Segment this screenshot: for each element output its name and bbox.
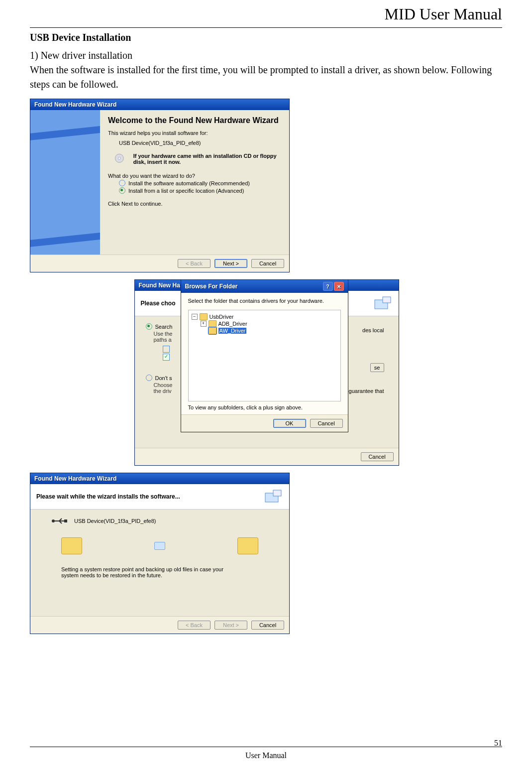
folder-icon <box>200 313 208 320</box>
device-name: USB Device(VID_1f3a_PID_efe8) <box>119 140 281 146</box>
cancel-button[interactable]: Cancel <box>361 452 394 461</box>
continue-hint: Click Next to continue. <box>108 201 281 207</box>
folder-source-icon <box>61 537 82 554</box>
radio-specific-location[interactable]: Install from a list or specific location… <box>119 187 281 194</box>
dialog-title-truncated: Found New Ha <box>139 282 180 289</box>
found-new-hardware-wizard-1: Found New Hardware Wizard Welcome to the… <box>30 99 290 272</box>
wizard-footer: < Back Next > Cancel <box>30 616 289 634</box>
wizard-side-graphic <box>30 110 100 255</box>
radio-icon-selected <box>119 187 125 194</box>
next-button[interactable]: Next > <box>214 621 247 630</box>
radio-icon-selected <box>146 323 152 330</box>
dialog-title: Found New Hardware Wizard <box>34 475 116 482</box>
folder-dest-icon <box>237 537 258 554</box>
copy-progress-graphic <box>61 537 258 554</box>
svg-rect-3 <box>383 297 391 303</box>
back-button[interactable]: < Back <box>178 621 211 630</box>
intro-paragraph: When the software is installed for the f… <box>30 63 502 92</box>
browse-footer-hint: To view any subfolders, click a plus sig… <box>181 404 348 414</box>
radio-label: Install the software automatically (Reco… <box>128 180 250 186</box>
tree-label-selected: AW_Driver <box>218 328 247 334</box>
checkbox-checked[interactable] <box>163 354 170 361</box>
subsection-heading: 1) New driver installation <box>30 48 502 63</box>
close-button[interactable]: ✕ <box>334 282 344 291</box>
dialog-title: Found New Hardware Wizard <box>34 101 116 108</box>
folder-icon-selected <box>209 327 216 334</box>
ok-button[interactable]: OK <box>273 419 306 428</box>
wizard-header-icon <box>263 488 283 505</box>
svg-point-6 <box>52 519 55 522</box>
screenshot-2: Found New Ha Please choo Search Use the … <box>134 279 398 466</box>
svg-rect-5 <box>273 490 281 496</box>
fragment-right-2: guarantee that <box>349 388 384 394</box>
wizard-footer: Cancel <box>135 448 399 465</box>
svg-point-1 <box>118 157 120 159</box>
wizard3-header-text: Please wait while the wizard installs th… <box>36 493 180 500</box>
radio-label: Search <box>155 324 173 330</box>
section-heading: USB Device Installation <box>30 32 502 43</box>
flying-document-icon <box>154 542 165 550</box>
tree-expand-icon[interactable]: + <box>201 321 207 327</box>
help-button[interactable]: ? <box>323 282 333 291</box>
folder-tree[interactable]: − UsbDriver + ADB_Driver AW_Driver <box>188 310 341 401</box>
dialog-title: Browse For Folder <box>185 283 238 290</box>
cancel-button[interactable]: Cancel <box>251 259 284 268</box>
dialog-titlebar: Browse For Folder ? ✕ <box>181 280 348 293</box>
tree-collapse-icon[interactable]: − <box>192 314 198 320</box>
screenshot-3: Found New Hardware Wizard Please wait wh… <box>30 473 502 634</box>
tree-label: UsbDriver <box>210 314 234 320</box>
next-button[interactable]: Next > <box>214 259 247 268</box>
browse-prompt: Select the folder that contains drivers … <box>181 293 348 305</box>
wizard-heading: Welcome to the Found New Hardware Wizard <box>108 116 281 125</box>
back-button[interactable]: < Back <box>178 259 211 268</box>
radio-icon <box>119 180 125 186</box>
cancel-button[interactable]: Cancel <box>310 419 343 428</box>
footer-rule <box>30 747 502 747</box>
checkbox-unchecked[interactable] <box>163 346 170 353</box>
tree-node-adb-driver[interactable]: + ADB_Driver <box>192 320 337 327</box>
fragment-right-1: des local <box>362 327 384 333</box>
document-header-title: MID User Manual <box>30 0 502 27</box>
document-page: MID User Manual USB Device Installation … <box>0 0 532 772</box>
svg-rect-7 <box>64 519 67 522</box>
header-rule <box>30 27 502 28</box>
wizard2-header-text: Please choo <box>141 300 176 307</box>
wizard-line: This wizard helps you install software f… <box>108 130 281 136</box>
found-new-hardware-wizard-3: Found New Hardware Wizard Please wait wh… <box>30 473 290 634</box>
tree-node-usbdriver[interactable]: − UsbDriver <box>192 313 337 320</box>
tree-node-aw-driver[interactable]: AW_Driver <box>192 327 337 334</box>
wizard-question: What do you want the wizard to do? <box>108 173 281 179</box>
radio-label: Install from a list or specific location… <box>128 188 244 194</box>
tree-label: ADB_Driver <box>218 321 247 327</box>
folder-icon <box>209 320 216 327</box>
usb-icon <box>51 516 68 525</box>
screenshot-1: Found New Hardware Wizard Welcome to the… <box>30 99 502 272</box>
radio-icon <box>146 375 152 381</box>
footer-label: User Manual <box>245 751 287 760</box>
dialog-titlebar: Found New Hardware Wizard <box>30 473 289 484</box>
cancel-button[interactable]: Cancel <box>251 621 284 630</box>
radio-auto-install[interactable]: Install the software automatically (Reco… <box>119 180 281 186</box>
page-number: 51 <box>494 739 502 748</box>
page-footer: 51 User Manual <box>30 747 502 760</box>
browse-button-fragment[interactable]: se <box>370 363 384 372</box>
dialog-titlebar: Found New Hardware Wizard <box>30 99 289 110</box>
install-status-text: Setting a system restore point and backi… <box>61 566 225 578</box>
browse-for-folder-dialog: Browse For Folder ? ✕ Select the folder … <box>181 279 348 432</box>
wizard-footer: < Back Next > Cancel <box>30 255 289 272</box>
device-name: USB Device(VID_1f3a_PID_efe8) <box>74 518 156 524</box>
install-cd-hint: If your hardware came with an installati… <box>133 153 281 167</box>
wizard-header-icon <box>373 295 393 312</box>
wizard3-header: Please wait while the wizard installs th… <box>30 484 289 510</box>
radio-label: Don't s <box>155 375 172 381</box>
cd-icon <box>114 153 126 167</box>
browse-footer: OK Cancel <box>181 414 348 432</box>
